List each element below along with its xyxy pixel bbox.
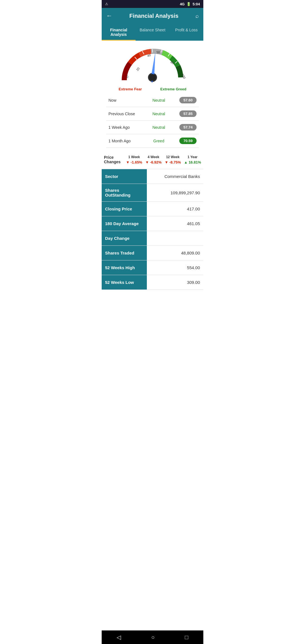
info-value-closing-price: 417.00 [147,202,203,216]
info-label-sector: Sector [102,169,147,184]
info-row-52w-high: 52 Weeks High 554.00 [102,260,203,275]
tab-financial-analysis[interactable]: Financial Analysis [102,24,136,41]
info-value-sector: Commercial Banks [147,169,203,184]
fg-value-1w: 57.74 [170,121,199,134]
info-label-180-day: 180 Day Average [102,216,147,231]
back-button[interactable]: ← [106,12,112,19]
status-bar-left: ⚠ [105,2,108,6]
search-icon[interactable]: ⌕ [195,13,199,19]
signal-icon: 4G [180,2,185,6]
price-changes-header: Price Changes 1 Week ▼ -1.65% 4 Week ▼ -… [104,155,201,164]
main-content: 20 40 50 80 100 0 [102,41,203,303]
fg-sentiment-prev: Neutral [147,107,170,121]
info-value-52w-high: 554.00 [147,260,203,275]
info-row-sector: Sector Commercial Banks [102,169,203,184]
info-row-closing-price: Closing Price 417.00 [102,202,203,216]
pc-col-1w: 1 Week ▼ -1.65% [126,155,142,164]
fg-sentiment-1w: Neutral [147,121,170,134]
pc-col-12w: 12 Week ▼ -8.75% [165,155,181,164]
info-value-shares-traded: 48,809.00 [147,246,203,260]
status-bar-right: 4G 🔋 5:04 [180,2,200,6]
tabs-bar: Financial Analysis Balance Sheet Profit … [102,24,203,41]
pc-col-1y: 1 Year ▲ 16.81% [184,155,201,164]
gauge-chart: 20 40 50 80 100 0 [119,46,186,86]
info-row-shares-traded: Shares Traded 48,809.00 [102,246,203,260]
info-row-day-change: Day Change [102,231,203,246]
fg-period-prev: Previous Close [106,107,147,121]
header: ← Financial Analysis ⌕ [102,8,203,24]
svg-point-15 [149,74,156,81]
tab-balance-sheet[interactable]: Balance Sheet [136,24,169,41]
info-value-day-change [147,231,203,245]
info-rows: Sector Commercial Banks Shares OutStandi… [102,169,203,290]
gauge-section: 20 40 50 80 100 0 [102,41,203,151]
extreme-fear-label: Extreme Fear [119,87,142,91]
info-label-52w-high: 52 Weeks High [102,260,147,275]
info-label-52w-low: 52 Weeks Low [102,275,147,290]
fg-period-1w: 1 Week Ago [106,121,147,134]
fg-value-1m: 70.59 [170,134,199,148]
info-label-day-change: Day Change [102,231,147,245]
price-changes-columns: 1 Week ▼ -1.65% 4 Week ▼ -6.92% 12 Week … [126,155,201,164]
fg-period-1m: 1 Month Ago [106,134,147,148]
info-value-180-day: 461.05 [147,216,203,231]
info-label-shares-outstanding: Shares OutStanding [102,184,147,201]
gauge-labels: Extreme Fear Extreme Greed [119,87,186,91]
warning-icon: ⚠ [105,2,108,6]
svg-text:50: 50 [156,51,160,54]
tab-profit-loss[interactable]: Profit & Loss [169,24,203,41]
info-row-shares-outstanding: Shares OutStanding 109,899,297.90 [102,184,203,202]
fg-row-1w: 1 Week Ago Neutral 57.74 [106,121,199,134]
fg-sentiment-now: Neutral [147,93,170,107]
price-changes-section: Price Changes 1 Week ▼ -1.65% 4 Week ▼ -… [102,151,203,169]
fear-greed-table: Now Neutral 57.60 Previous Close Neutral… [106,93,199,148]
info-value-shares-outstanding: 109,899,297.90 [147,184,203,201]
fg-period-now: Now [106,93,147,107]
info-value-52w-low: 309.00 [147,275,203,290]
svg-text:100: 100 [181,73,186,79]
pc-col-4w: 4 Week ▼ -6.92% [145,155,162,164]
extreme-greed-label: Extreme Greed [160,87,187,91]
svg-text:0: 0 [127,75,128,79]
battery-icon: 🔋 [186,2,191,6]
page-title: Financial Analysis [129,13,178,19]
fg-sentiment-1m: Greed [147,134,170,148]
fg-value-now: 57.60 [170,93,199,107]
info-label-closing-price: Closing Price [102,202,147,216]
price-changes-label: Price Changes [104,155,124,164]
fg-row-now: Now Neutral 57.60 [106,93,199,107]
status-bar: ⚠ 4G 🔋 5:04 [102,0,203,8]
info-row-52w-low: 52 Weeks Low 309.00 [102,275,203,290]
fg-value-prev: 57.85 [170,107,199,121]
svg-text:20: 20 [136,67,140,71]
time-display: 5:04 [193,2,200,6]
info-label-shares-traded: Shares Traded [102,246,147,260]
fg-row-prev: Previous Close Neutral 57.85 [106,107,199,121]
info-row-180-day: 180 Day Average 461.05 [102,216,203,231]
fg-row-1m: 1 Month Ago Greed 70.59 [106,134,199,148]
